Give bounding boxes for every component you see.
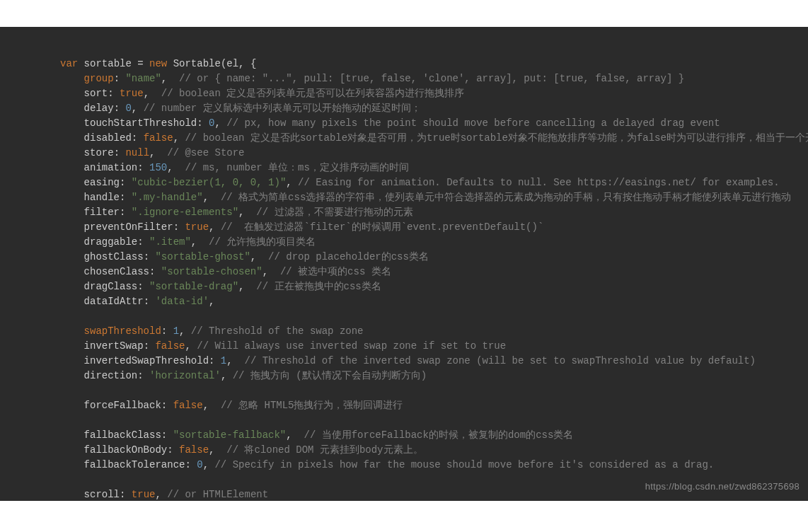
- val: null: [125, 147, 149, 158]
- val: false: [155, 340, 185, 352]
- comment: // boolean 定义是否列表单元是否可以在列表容器内进行拖拽排序: [161, 88, 464, 99]
- val: "sortable-fallback": [173, 429, 287, 441]
- val: false: [144, 132, 173, 144]
- prop-sort: sort: [84, 88, 108, 99]
- comment: // boolean 定义是否此sortable对象是否可用，为true时sor…: [185, 132, 808, 144]
- val: "sortable-chosen": [161, 266, 262, 277]
- comment: // Specify in pixels how far the mouse s…: [214, 459, 714, 470]
- comment: // Threshold of the inverted swap zone (…: [244, 355, 756, 366]
- val: "sortable-drag": [149, 281, 238, 292]
- prop-fallbackOnBody: fallbackOnBody: [84, 444, 168, 456]
- prop-draggable: draggable: [84, 236, 138, 248]
- comment: // or { name: "...", pull: [true, false,…: [179, 73, 684, 84]
- prop-scroll: scroll: [84, 489, 120, 500]
- comment: // 将cloned DOM 元素挂到body元素上。: [226, 444, 422, 456]
- comment: // ms, number 单位：ms，定义排序动画的时间: [185, 162, 408, 173]
- prop-dataIdAttr: dataIdAttr: [84, 296, 144, 307]
- prop-disabled: disabled: [84, 132, 132, 144]
- comment: // 被选中项的css 类名: [280, 266, 391, 277]
- prop-handle: handle: [84, 192, 120, 203]
- prop-filter: filter: [84, 207, 120, 218]
- val: 'horizontal': [149, 370, 221, 381]
- prop-forceFallback: forceFallback: [84, 400, 161, 411]
- comment: // drop placeholder的css类名: [268, 251, 429, 262]
- ident: Sortable(el, {: [167, 58, 256, 69]
- keyword-new: new: [149, 58, 167, 69]
- prop-group: group: [84, 73, 114, 84]
- comment: // Easing for animation. Defaults to nul…: [298, 177, 780, 188]
- prop-delay: delay: [84, 103, 114, 114]
- prop-easing: easing: [84, 177, 120, 188]
- prop-swapThreshold: swapThreshold: [84, 325, 161, 337]
- comment: // 当使用forceFallback的时候，被复制的dom的css类名: [304, 429, 574, 441]
- prop-dragClass: dragClass: [84, 281, 138, 292]
- comment: // 在触发过滤器`filter`的时候调用`event.preventDefa…: [221, 221, 543, 233]
- code-block: var sortable = new Sortable(el, { group:…: [0, 27, 808, 501]
- val: 0: [125, 103, 131, 114]
- comment: // 正在被拖拽中的css类名: [256, 281, 381, 292]
- watermark: https://blog.csdn.net/zwd862375698: [645, 479, 800, 494]
- val: "cubic-bezier(1, 0, 0, 1)": [132, 177, 286, 188]
- val: ".item": [149, 236, 191, 248]
- comment: // px, how many pixels the point should …: [226, 117, 720, 129]
- comment: // Threshold of the swap zone: [191, 325, 364, 337]
- val: true: [120, 88, 144, 99]
- val: 150: [149, 162, 167, 173]
- top-margin: [0, 0, 808, 27]
- comment: // 拖拽方向 (默认情况下会自动判断方向): [233, 370, 427, 381]
- comment: // 过滤器，不需要进行拖动的元素: [256, 207, 412, 218]
- comment: // @see Store: [167, 147, 244, 158]
- comment: // number 定义鼠标选中列表单元可以开始拖动的延迟时间；: [144, 103, 421, 114]
- comment: // 忽略 HTML5拖拽行为，强制回调进行: [221, 400, 403, 411]
- val: ".ignore-elements": [132, 207, 238, 218]
- val: true: [132, 489, 156, 500]
- prop-ghostClass: ghostClass: [84, 251, 144, 262]
- val: false: [179, 444, 209, 456]
- val: "sortable-ghost": [155, 251, 250, 262]
- prop-invertSwap: invertSwap: [84, 340, 144, 352]
- prop-invertedSwapThreshold: invertedSwapThreshold: [84, 355, 209, 366]
- val: 1: [173, 325, 179, 337]
- keyword-var: var: [60, 58, 78, 69]
- prop-touchStartThreshold: touchStartThreshold: [84, 117, 197, 129]
- prop-animation: animation: [84, 162, 138, 173]
- val: 0: [197, 459, 202, 470]
- val: true: [185, 221, 209, 233]
- prop-chosenClass: chosenClass: [84, 266, 149, 277]
- val: false: [173, 400, 203, 411]
- prop-store: store: [84, 147, 114, 158]
- val: "name": [125, 73, 161, 84]
- comment: // 格式为简单css选择器的字符串，使列表单元中符合选择器的元素成为拖动的手柄…: [221, 192, 791, 203]
- prop-preventOnFilter: preventOnFilter: [84, 221, 173, 233]
- val: ".my-handle": [132, 192, 203, 203]
- comment: // 允许拖拽的项目类名: [209, 236, 316, 248]
- comment: // Will always use inverted swap zone if…: [197, 340, 506, 352]
- comment: // or HTMLElement: [167, 489, 268, 500]
- prop-fallbackClass: fallbackClass: [84, 429, 161, 441]
- ident: sortable =: [78, 58, 149, 69]
- val: 'data-id': [155, 296, 209, 307]
- val: 1: [221, 355, 226, 366]
- prop-direction: direction: [84, 370, 138, 381]
- prop-fallbackTolerance: fallbackTolerance: [84, 459, 185, 470]
